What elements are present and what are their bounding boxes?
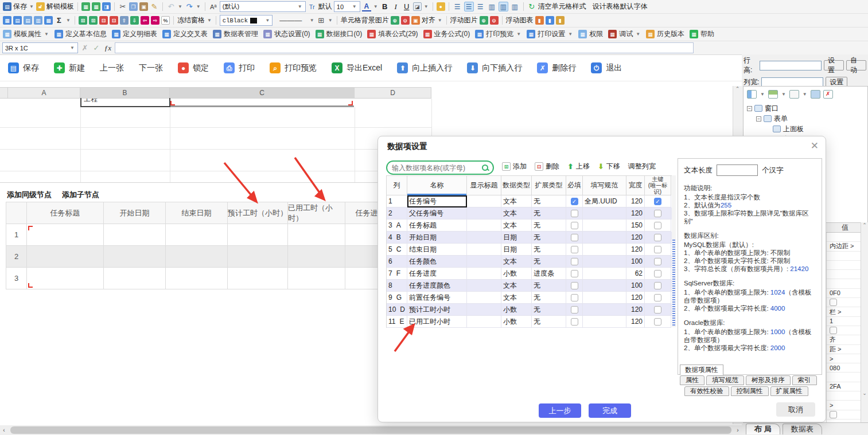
template-properties-button[interactable]: ▦模板属性▼	[3, 29, 49, 39]
pk-cell[interactable]	[645, 256, 671, 268]
task-cell[interactable]	[104, 246, 166, 268]
row-height-set-button[interactable]: 设置	[824, 60, 844, 70]
props-tab-属性[interactable]: 属性	[680, 375, 704, 385]
data-item-row[interactable]: 9G前置任务编号文本无120	[387, 292, 672, 304]
data-type-cell[interactable]: 文本	[501, 207, 532, 220]
task-cell[interactable]	[27, 268, 104, 289]
pk-checkbox[interactable]	[654, 306, 661, 313]
task-table[interactable]: 任务标题开始日期结束日期预计工时（小时）已用工时（小时）任务进度123	[6, 202, 396, 289]
font-color-icon[interactable]: A	[362, 2, 371, 11]
data-type-cell[interactable]: 文本	[501, 292, 532, 304]
data-item-row[interactable]: 8任务进度颜色文本无100	[387, 280, 672, 292]
col-letter-cell[interactable]: 10D	[387, 304, 407, 316]
debug-dropdown-icon[interactable]: ▼	[636, 32, 640, 37]
sum-dropdown-icon[interactable]: ▼	[66, 18, 71, 23]
col-letter-cell[interactable]: 8	[387, 280, 407, 292]
insert-table-icon[interactable]: ▦	[3, 16, 11, 25]
borders-dropdown-icon[interactable]: ▼	[328, 18, 333, 23]
ext-type-cell[interactable]: 无	[532, 244, 566, 256]
row-layout-icon[interactable]: ▤	[24, 16, 32, 25]
freeze-dropdown-icon[interactable]: ▼	[207, 18, 212, 23]
ext-type-cell[interactable]: 无	[532, 195, 566, 207]
name-cell[interactable]: 任务编号	[407, 195, 467, 207]
font-color-dropdown-icon[interactable]: ▼	[373, 4, 378, 9]
define-detail-table-button[interactable]: ▦定义明细表	[112, 29, 157, 39]
valign-top-button[interactable]: ▥	[487, 2, 497, 11]
pk-cell[interactable]	[645, 304, 671, 316]
print-settings-dropdown-icon[interactable]: ▼	[568, 32, 573, 37]
horizontal-scrollbar[interactable]: ‹ ›	[0, 425, 742, 435]
task-cell[interactable]	[228, 268, 288, 289]
line-style-dropdown-icon[interactable]: ▼	[310, 18, 314, 23]
task-table-row[interactable]: 2	[6, 246, 396, 268]
align-menu-dropdown-icon[interactable]: ▼	[438, 18, 442, 23]
required-cell[interactable]	[566, 256, 583, 268]
row-height-input[interactable]	[760, 61, 822, 70]
width-cell[interactable]: 120	[626, 304, 645, 316]
import-sheet-icon[interactable]: ▦	[81, 2, 90, 11]
width-cell[interactable]: 120	[626, 232, 645, 244]
design-default-font-label[interactable]: 设计表格默认字体	[593, 2, 648, 11]
dialog-column-header[interactable]: 列	[387, 176, 407, 195]
display-title-cell[interactable]	[467, 280, 501, 292]
exit-button[interactable]: ⏻退出	[591, 62, 622, 73]
property-checkbox[interactable]	[830, 299, 837, 306]
row-above-icon[interactable]: ⇧	[120, 16, 129, 25]
scroll-right-icon[interactable]: ›	[734, 427, 742, 433]
confirm-formula-icon[interactable]: ✓	[92, 44, 101, 52]
unlock-template-icon[interactable]: 🔓︎	[36, 2, 45, 11]
cell-reference-box[interactable]: 3R x 1C▼	[2, 42, 78, 53]
search-icon[interactable]	[482, 164, 488, 171]
pk-checkbox[interactable]	[654, 282, 661, 289]
col-letter-cell[interactable]: 9G	[387, 292, 407, 304]
col-letter-cell[interactable]: 4B	[387, 232, 407, 244]
col-letter-cell[interactable]: 7F	[387, 268, 407, 280]
display-title-cell[interactable]	[467, 244, 501, 256]
dialog-table-scrollbar[interactable]	[672, 175, 676, 327]
template-properties-dropdown-icon[interactable]: ▼	[44, 32, 49, 37]
help-button[interactable]: ▦帮助	[690, 29, 714, 39]
name-cell[interactable]: 任务标题	[407, 220, 467, 232]
save-dropdown-icon[interactable]: ▼	[29, 4, 34, 9]
column-header-b[interactable]: B	[80, 87, 170, 99]
column-header-d[interactable]: D	[355, 87, 431, 99]
font-family-select[interactable]: (默认)▼	[220, 1, 306, 12]
display-title-cell[interactable]	[467, 304, 501, 316]
data-item-row[interactable]: 11E已用工时小时小数无120	[387, 316, 672, 328]
name-cell[interactable]: 结束日期	[407, 244, 467, 256]
col-letter-cell[interactable]: 3A	[387, 220, 407, 232]
cancel-button[interactable]: 取消	[776, 402, 815, 417]
required-cell[interactable]	[566, 292, 583, 304]
font-type-label[interactable]: 默认	[318, 2, 332, 11]
font-size-select[interactable]: 10▼	[334, 1, 360, 12]
data-item-row[interactable]: 2父任务编号文本无120	[387, 207, 672, 220]
rule-cell[interactable]	[583, 292, 626, 304]
props-tab-树形及排序[interactable]: 树形及排序	[746, 375, 791, 385]
task-cell[interactable]	[104, 268, 166, 289]
display-title-cell[interactable]	[467, 220, 501, 232]
col-right-icon[interactable]: ⇨	[151, 16, 159, 25]
display-title-cell[interactable]	[467, 316, 501, 328]
undo-dropdown-icon[interactable]: ▼	[178, 4, 182, 9]
display-title-cell[interactable]	[467, 268, 501, 280]
search-input[interactable]	[392, 164, 478, 172]
display-title-cell[interactable]	[467, 292, 501, 304]
required-checkbox[interactable]	[571, 294, 578, 301]
rule-cell[interactable]	[583, 207, 626, 220]
required-cell[interactable]	[566, 195, 583, 207]
width-cell[interactable]: 120	[626, 207, 645, 220]
name-cell[interactable]: 前置任务编号	[407, 292, 467, 304]
add-child-node-link[interactable]: 添加子节点	[62, 190, 99, 200]
new-button[interactable]: ✚新建	[54, 62, 85, 73]
cell-bg-image-label[interactable]: 单元格背景图片	[341, 15, 389, 25]
width-cell[interactable]: 120	[626, 316, 645, 328]
data-interface-button[interactable]: ▦数据接口(0)	[316, 29, 363, 39]
display-title-cell[interactable]	[467, 256, 501, 268]
name-cell[interactable]: 已用工时小时	[407, 316, 467, 328]
width-cell[interactable]: 62	[626, 268, 645, 280]
ext-type-cell[interactable]: 无	[532, 280, 566, 292]
required-checkbox[interactable]	[571, 270, 578, 277]
align-center-button[interactable]: ☰	[464, 2, 474, 11]
ext-type-cell[interactable]: 无	[532, 207, 566, 220]
fill-color-dropdown-icon[interactable]: ▼	[424, 4, 429, 9]
